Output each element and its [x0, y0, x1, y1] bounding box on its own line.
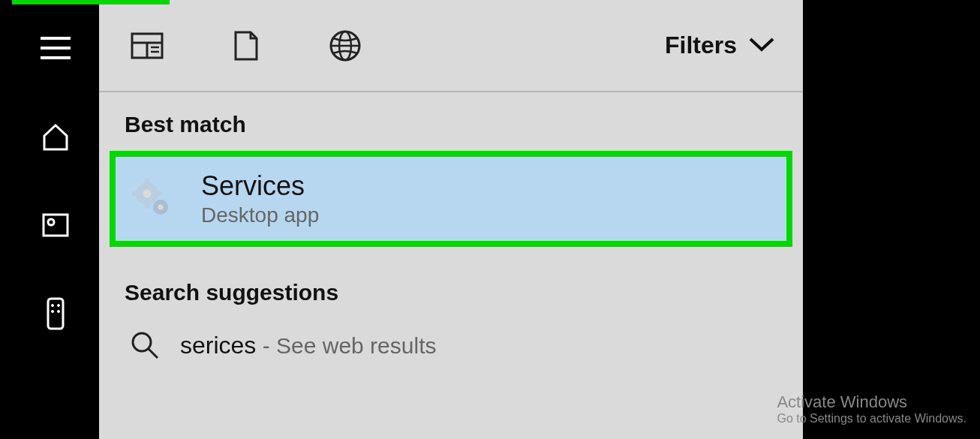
main-content: Filters Best match: [99, 0, 803, 439]
home-icon[interactable]: [38, 119, 74, 155]
web-filter-icon[interactable]: [329, 29, 362, 62]
svg-point-9: [58, 311, 60, 313]
suggestion-extra: - See web results: [256, 333, 436, 358]
svg-point-7: [58, 305, 60, 307]
suggestion-item[interactable]: serices - See web results: [99, 316, 803, 361]
svg-point-8: [52, 311, 54, 313]
apps-filter-icon[interactable]: [131, 29, 164, 62]
svg-point-25: [158, 205, 164, 210]
toolbar-left: [131, 29, 362, 62]
suggestion-text: serices - See web results: [180, 332, 436, 359]
search-panel: Filters Best match: [12, 0, 803, 439]
svg-point-26: [133, 333, 151, 351]
svg-rect-22: [132, 191, 138, 196]
watermark-title: Activate Windows: [777, 392, 966, 412]
sidebar: [12, 0, 99, 439]
hamburger-icon[interactable]: [38, 30, 74, 66]
best-match-result[interactable]: Services Desktop app: [110, 151, 792, 247]
svg-rect-21: [145, 203, 149, 209]
services-gear-icon: [131, 177, 174, 221]
svg-rect-20: [145, 179, 149, 185]
filters-dropdown[interactable]: Filters: [665, 32, 776, 59]
svg-line-27: [149, 349, 158, 358]
svg-rect-5: [48, 299, 63, 329]
svg-point-6: [52, 305, 54, 307]
best-match-title: Services: [201, 170, 319, 202]
suggestions-header: Search suggestions: [99, 260, 803, 316]
top-progress-bar: [12, 0, 170, 5]
best-match-subtitle: Desktop app: [201, 203, 319, 227]
best-match-text: Services Desktop app: [201, 170, 319, 227]
best-match-header: Best match: [99, 92, 803, 148]
photos-icon[interactable]: [38, 207, 74, 243]
search-icon: [129, 329, 161, 361]
svg-point-4: [48, 219, 54, 225]
toolbar: Filters: [99, 0, 803, 92]
svg-rect-23: [156, 191, 162, 196]
documents-filter-icon[interactable]: [230, 29, 263, 62]
suggestion-term: serices: [180, 332, 256, 359]
filters-label: Filters: [665, 32, 737, 59]
chevron-down-icon: [747, 36, 776, 56]
watermark-sub: Go to Settings to activate Windows.: [777, 412, 966, 425]
activate-windows-watermark: Activate Windows Go to Settings to activ…: [777, 392, 966, 425]
svg-rect-3: [44, 215, 68, 236]
svg-point-19: [143, 190, 152, 198]
remote-icon[interactable]: [38, 296, 74, 332]
